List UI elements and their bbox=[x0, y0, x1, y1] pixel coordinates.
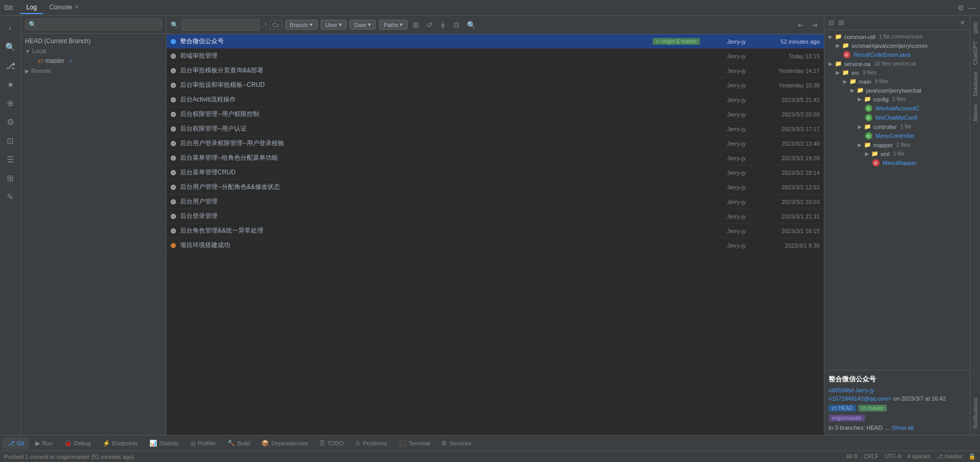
paths-filter-btn[interactable]: Paths ▾ bbox=[379, 20, 408, 30]
file-tree-item[interactable]: ▶ 📁 java\com\jerry\wechat bbox=[824, 86, 970, 95]
regex-btn[interactable]: .* bbox=[263, 22, 266, 28]
commit-row-c14[interactable]: 后台角色管理&&统一异常处理Jerry-jy2023/3/1 16:15 bbox=[167, 224, 824, 238]
list-icon[interactable]: ☰ bbox=[2, 151, 19, 168]
file-tree-item[interactable]: ▶ 📁 src\main\java\com\jerry\comm bbox=[824, 41, 970, 50]
show-all-link[interactable]: Show all bbox=[892, 425, 914, 431]
commit-row-c4[interactable]: 后台审批设和审批模板--CRUDJerry-jyYesterday 10:38 bbox=[167, 78, 824, 93]
bottom-tab-endpoints[interactable]: ⚡ Endpoints bbox=[97, 438, 143, 449]
file-tree-item[interactable]: ▶ 📁 service-oa 10 files service-oa bbox=[824, 59, 970, 68]
git-left-panel: HEAD (Current Branch) ▼ Local 🏷 master ✓… bbox=[21, 16, 167, 435]
remote-section[interactable]: ▶ Remote bbox=[21, 66, 166, 75]
file-tree-item[interactable]: C MenuMapper. bbox=[824, 158, 970, 168]
bottom-tab-todo[interactable]: ☰ TODO bbox=[314, 438, 349, 449]
commit-row-c13[interactable]: 后台登录管理Jerry-jy2023/3/1 21:31 bbox=[167, 209, 824, 224]
commit-user: Jerry-jy bbox=[704, 126, 746, 132]
gitlib-icon[interactable]: gitlib bbox=[972, 20, 978, 36]
commit-row-c2[interactable]: 前端审批管理Jerry-jyToday 13:15 bbox=[167, 49, 824, 63]
commit-message: 后台菜单管理CRUD bbox=[180, 168, 704, 177]
file-tree-item[interactable]: ▶ 📁 xml 1 file bbox=[824, 149, 970, 158]
file-tree-item[interactable]: C WeChatMpConfi bbox=[824, 113, 970, 122]
log-search-btn[interactable]: 🔍 bbox=[465, 20, 478, 30]
file-tree-item[interactable]: ▶ 📁 src 9 files bbox=[824, 68, 970, 77]
notifications-icon[interactable]: Notifications bbox=[972, 395, 978, 431]
commit-row-c1[interactable]: 整合微信公众号🏷origin & masterJerry-jy52 minute… bbox=[167, 34, 824, 49]
expand-right-btn[interactable]: ⇥ bbox=[809, 20, 820, 30]
back-icon[interactable]: ‹ bbox=[2, 20, 19, 36]
commit-row-c3[interactable]: 后台审批模板分页查询&&部署Jerry-jyYesterday 14:17 bbox=[167, 63, 824, 78]
refresh-btn[interactable]: ↺ bbox=[424, 20, 435, 30]
plus-circle-icon[interactable]: ⊕ bbox=[2, 95, 19, 111]
file-tree-item[interactable]: C MenuController. bbox=[824, 131, 970, 140]
local-section[interactable]: ▼ Local bbox=[21, 46, 166, 56]
commit-row-c11[interactable]: 后台用户管理--分配角色&&修改状态Jerry-jy2023/3/2 12:52 bbox=[167, 180, 824, 195]
commit-dot bbox=[171, 126, 176, 132]
branch-filter-btn[interactable]: Branch ▾ bbox=[285, 20, 317, 30]
encoding[interactable]: UTF-8 bbox=[885, 453, 901, 460]
bottom-tab-dependencies[interactable]: 📦 Dependencies bbox=[256, 438, 313, 449]
cursor-position[interactable]: 66:8 bbox=[846, 453, 857, 460]
collapse-all-icon[interactable]: ⊟ bbox=[828, 18, 835, 28]
settings-icon[interactable]: ⚙ bbox=[958, 4, 964, 12]
git-search-input[interactable] bbox=[25, 19, 162, 30]
star-activity-icon[interactable]: ★ bbox=[2, 76, 19, 93]
log-search-input[interactable] bbox=[182, 19, 260, 31]
expand-all-icon[interactable]: ⊞ bbox=[837, 18, 845, 28]
file-tree-item[interactable]: C ResultCodeEnum.java bbox=[824, 50, 970, 59]
file-tree-item[interactable]: ▶ 📁 mapper 2 files bbox=[824, 140, 970, 149]
bottom-tab-services[interactable]: ⚙ Services bbox=[436, 438, 476, 449]
tab-console[interactable]: Console ✕ bbox=[43, 2, 85, 14]
commit-row-c7[interactable]: 后台权限管理--用户认证Jerry-jy2023/3/3 17:17 bbox=[167, 122, 824, 136]
bottom-tab-debug[interactable]: 🐞 Debug bbox=[59, 438, 96, 449]
maven-icon[interactable]: Maven bbox=[972, 102, 978, 123]
bottom-tabs: ⎇ Git▶ Run🐞 Debug⚡ Endpoints📊 Statistic◎… bbox=[0, 435, 980, 451]
bottom-tab-run[interactable]: ▶ Run bbox=[30, 438, 58, 449]
commit-row-c6[interactable]: 后台权限管理--用户权限控制Jerry-jy2023/3/3 20:00 bbox=[167, 107, 824, 122]
file-tree-item[interactable]: ▶ 📁 main 8 files bbox=[824, 77, 970, 86]
file-tree-item[interactable]: ▶ 📁 common-util 1 file common\com bbox=[824, 32, 970, 41]
commit-row-c8[interactable]: 后台用户登录权限管理--用户登录校验Jerry-jy2023/3/3 13:40 bbox=[167, 136, 824, 151]
git-activity-icon[interactable]: ⎇ bbox=[2, 57, 19, 74]
folder-name: xml bbox=[881, 151, 889, 157]
master-branch[interactable]: 🏷 master ✓ bbox=[21, 56, 166, 66]
bottom-tab-statistic[interactable]: 📊 Statistic bbox=[144, 438, 185, 449]
fetch-btn[interactable]: ⊞ bbox=[411, 20, 421, 30]
indent-info[interactable]: 4 spaces bbox=[907, 453, 930, 460]
database-icon[interactable]: Database bbox=[972, 70, 978, 98]
bottom-tab-profiler[interactable]: ◎ Profiler bbox=[185, 438, 221, 449]
commit-row-c15[interactable]: 项目环境搭建成功Jerry-jy2023/3/1 9:30 bbox=[167, 238, 824, 253]
commit-row-c10[interactable]: 后台菜单管理CRUDJerry-jy2023/3/2 18:14 bbox=[167, 165, 824, 180]
head-branch-item[interactable]: HEAD (Current Branch) bbox=[21, 36, 166, 46]
settings-activity-icon[interactable]: ⚙ bbox=[2, 113, 19, 130]
git-search-area bbox=[21, 16, 166, 34]
tab-close-console[interactable]: ✕ bbox=[74, 4, 79, 10]
bottom-tab-terminal[interactable]: ⬛ Terminal bbox=[393, 438, 436, 449]
expand-left-btn[interactable]: ⇤ bbox=[796, 20, 806, 30]
bottom-tab-git[interactable]: ⎇ Git bbox=[2, 438, 29, 449]
file-tree-item[interactable]: ▶ 📁 config 2 files bbox=[824, 95, 970, 104]
log-table: 整合微信公众号🏷origin & masterJerry-jy52 minute… bbox=[167, 34, 824, 435]
user-filter-btn[interactable]: User ▾ bbox=[321, 20, 347, 30]
chatgpt-icon[interactable]: ChatGPT bbox=[972, 39, 978, 67]
panel-close-icon[interactable]: ✕ bbox=[959, 18, 966, 28]
case-btn[interactable]: Cc bbox=[270, 20, 282, 30]
merge-btn[interactable]: ⊟ bbox=[451, 20, 462, 30]
search-activity-icon[interactable]: 🔍 bbox=[2, 38, 19, 55]
edit-icon[interactable]: ✎ bbox=[2, 188, 19, 205]
file-tree-item[interactable]: C WechatAccountC bbox=[824, 104, 970, 113]
layers-icon[interactable]: ⊡ bbox=[2, 132, 19, 149]
structure-icon[interactable]: ⊞ bbox=[2, 170, 19, 186]
bottom-tab-problems[interactable]: ⚠ Problems bbox=[350, 438, 392, 449]
commit-row-c9[interactable]: 后台菜单管理--给角色分配菜单功能Jerry-jy2023/3/2 19:28 bbox=[167, 151, 824, 165]
branch-info[interactable]: ⎇ master bbox=[936, 453, 962, 460]
commit-row-c12[interactable]: 后台用户管理Jerry-jy2023/3/2 10:03 bbox=[167, 195, 824, 209]
minimize-icon[interactable]: — bbox=[969, 4, 976, 12]
line-separator[interactable]: CRLF bbox=[863, 453, 879, 460]
bottom-tab-icon-todo: ☰ bbox=[320, 440, 325, 447]
file-tree-item[interactable]: ▶ 📁 controller 1 file bbox=[824, 122, 970, 131]
commit-row-c5[interactable]: 后台Activiti流程操作Jerry-jy2023/3/5 21:42 bbox=[167, 93, 824, 107]
date-filter-btn[interactable]: Date ▾ bbox=[350, 20, 376, 30]
bottom-tab-label-todo: TODO bbox=[327, 440, 344, 446]
tab-log[interactable]: Log bbox=[20, 2, 43, 14]
pull-btn[interactable]: ↡ bbox=[438, 20, 448, 30]
bottom-tab-build[interactable]: 🔨 Build bbox=[222, 438, 255, 449]
